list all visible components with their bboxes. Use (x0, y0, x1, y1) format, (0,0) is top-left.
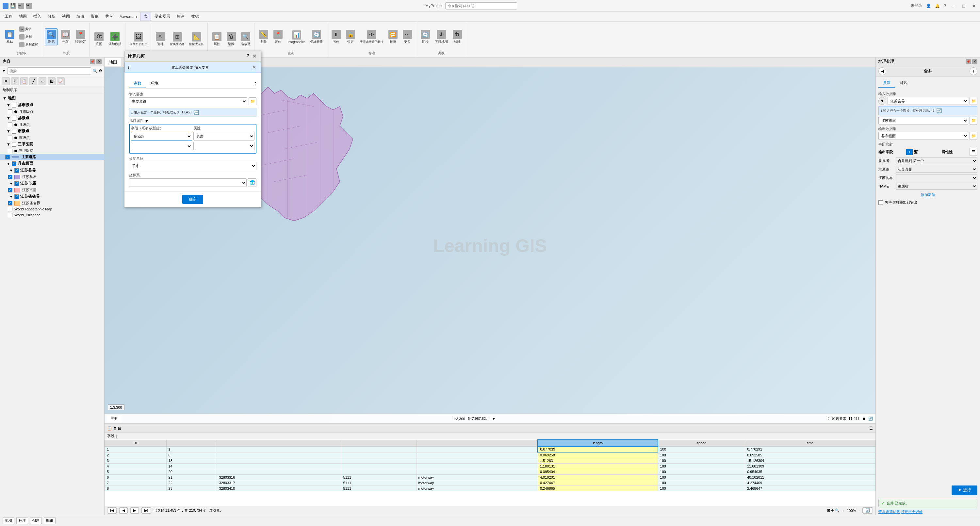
draw-order-icon[interactable]: ≡ (2, 77, 10, 85)
view-detail-link[interactable]: 查看详细信息 (878, 510, 900, 513)
layer-item-world-hillshade[interactable]: World_Hillshade (0, 212, 104, 218)
input-refresh-btn[interactable]: 🔄 (936, 107, 942, 114)
col-header-fclass[interactable] (416, 440, 538, 446)
open-history-link[interactable]: 打开历史记录 (901, 510, 923, 513)
menu-feature-layer[interactable]: 要素图层 (151, 13, 173, 21)
select-button[interactable]: ↖ 选择 (154, 31, 167, 47)
add-info-checkbox[interactable] (878, 200, 883, 205)
coord-select[interactable] (129, 179, 247, 187)
right-tab-env[interactable]: 环境 (896, 79, 912, 88)
zoom-to-button[interactable]: 🔍 缩放至 (239, 31, 252, 47)
col-header-fid[interactable]: FID (105, 440, 167, 446)
layer-item-county-point[interactable]: 县市级点 (0, 108, 104, 115)
browse-button[interactable]: 🔍 浏览 (45, 29, 58, 45)
layer-group-county-only[interactable]: ▼ 县级点 (0, 115, 104, 121)
redo-icon[interactable]: ↪ (26, 3, 32, 9)
field-name-select-1[interactable]: length (131, 132, 192, 140)
add-graphic-button[interactable]: 🖼 添加图形图层 (128, 31, 149, 47)
menu-view[interactable]: 视图 (59, 13, 73, 21)
layer-item-county-only[interactable]: 县级点 (0, 121, 104, 128)
dialog-help-icon[interactable]: ? (247, 53, 249, 59)
nav-play-btn[interactable]: ▶ (130, 507, 139, 513)
field-prop-select-2[interactable] (193, 142, 255, 150)
sync-button[interactable]: 🔄 同步 (419, 29, 432, 45)
content-search-input[interactable] (7, 67, 91, 75)
layer-item-jiangsu-county[interactable]: ✓ 江苏县界 (0, 174, 104, 180)
close-button[interactable]: ✕ (971, 3, 977, 9)
calc-tab-env[interactable]: 环境 (146, 80, 163, 88)
col-header-type[interactable] (166, 440, 217, 446)
col-header-time[interactable]: time (745, 440, 875, 446)
input-dropdown-icon[interactable]: ▼ (878, 97, 886, 105)
nav-first-btn[interactable]: |◀ (107, 507, 117, 513)
field-prop-select-1[interactable]: 长度 (193, 132, 255, 140)
layer-item-hospital[interactable]: 三甲医院 (0, 148, 104, 154)
lock-button[interactable]: 🔒 锁定 (344, 29, 357, 45)
basemap-button[interactable]: 🗺 底图 (92, 31, 105, 47)
menu-imagery[interactable]: 影像 (88, 13, 102, 21)
menu-share[interactable]: 共享 (102, 13, 116, 21)
calc-tab-params[interactable]: 参数 (129, 80, 146, 88)
input-folder-icon[interactable]: 📁 (970, 97, 977, 105)
attr-table-icon[interactable]: 📋 (107, 426, 112, 430)
county-only-item-checkbox[interactable] (8, 123, 13, 127)
minimize-button[interactable]: ─ (950, 3, 956, 9)
copy-path-button[interactable]: 复制路径 (18, 41, 40, 48)
paste-button[interactable]: 📋 粘贴 (3, 29, 16, 45)
right-panel-close-icon[interactable]: ✕ (972, 59, 977, 64)
province-merge-select[interactable]: 合并规则 第一个 (896, 157, 977, 164)
layer-group-hospital[interactable]: ▼ 三甲医院 (0, 141, 104, 148)
pin-icon[interactable]: 📌 (90, 59, 95, 64)
world-hillshade-checkbox[interactable] (8, 213, 13, 217)
input-dataset-select1[interactable]: 江苏县界 (888, 97, 968, 105)
jiangsu-city-item-checkbox[interactable]: ✓ (8, 188, 13, 193)
status-label-btn[interactable]: 标注 (16, 517, 28, 524)
pause-label-button[interactable]: ⏸ 智停 (329, 29, 343, 45)
menu-map[interactable]: 地图 (16, 13, 30, 21)
col-header-speed[interactable]: speed (658, 440, 745, 446)
coord-transform-button[interactable]: 🔄 坐标转换 (309, 29, 325, 45)
download-map-button[interactable]: ⬇ 下载地图 (433, 29, 450, 45)
settings-icon[interactable]: ⚙ (99, 69, 102, 73)
jiangsu-city-checkbox[interactable]: ✓ (14, 181, 19, 186)
output-dataset-select[interactable]: 县市级面 (878, 132, 968, 140)
select-by-attr-button[interactable]: ⊞ 按属性选择 (168, 31, 186, 47)
city-merge-select[interactable]: 江苏县界 (896, 166, 977, 173)
world-topo-checkbox[interactable] (8, 207, 13, 211)
right-panel-pin-icon[interactable]: 📌 (966, 59, 971, 64)
status-create-btn[interactable]: 创建 (30, 517, 42, 524)
select-by-location-button[interactable]: 📐 按位置选择 (188, 31, 205, 47)
layer-item-mainroad[interactable]: ✓ 主要道路 (0, 154, 104, 160)
dialog-close-button[interactable]: ✕ (251, 53, 258, 59)
right-tab-params[interactable]: 参数 (878, 79, 896, 88)
attr-menu-icon[interactable]: ☰ (869, 426, 873, 430)
bookmark-button[interactable]: 📖 书签 (59, 29, 72, 45)
command-search[interactable] (445, 2, 517, 10)
copy-button[interactable]: 复制 (18, 33, 40, 40)
length-unit-select[interactable]: 千米 (129, 162, 256, 170)
locate-button[interactable]: 📍 定位 (272, 29, 285, 45)
menu-table[interactable]: 表 (140, 12, 151, 21)
save-icon[interactable]: 💾 (10, 3, 16, 9)
output-folder-icon[interactable]: 📁 (970, 132, 977, 140)
layer-group-jiangsu-county[interactable]: ▼ ✓ 江苏县界 (0, 167, 104, 174)
layer-item-city-point[interactable]: 市级点 (0, 135, 104, 141)
layer-item-world-topo[interactable]: World Topographic Map (0, 206, 104, 212)
menu-edit[interactable]: 编辑 (73, 13, 88, 21)
database-icon[interactable]: 🗄 (11, 77, 19, 85)
menu-data[interactable]: 数据 (188, 13, 202, 21)
attr-table-wrap[interactable]: FID length speed time (105, 440, 875, 506)
jiangsu-county-item-checkbox[interactable]: ✓ (8, 175, 13, 179)
panel-close-icon[interactable]: ✕ (96, 59, 102, 64)
add-data-button[interactable]: ➕ 添加数据 (107, 31, 123, 47)
maximize-button[interactable]: □ (960, 3, 967, 9)
county-only-checkbox[interactable] (12, 116, 16, 121)
field-name-select-2[interactable] (131, 142, 192, 150)
hospital-checkbox[interactable] (12, 142, 16, 147)
globe-icon[interactable]: 🌐 (248, 179, 256, 187)
menu-analysis[interactable]: 分析 (45, 13, 59, 21)
jiangsu-province-item-checkbox[interactable]: ✓ (8, 201, 13, 206)
county-merge-select[interactable] (896, 174, 977, 181)
calc-ok-button[interactable]: 确定 (182, 195, 203, 204)
search-icon[interactable]: 🔍 (92, 69, 97, 73)
